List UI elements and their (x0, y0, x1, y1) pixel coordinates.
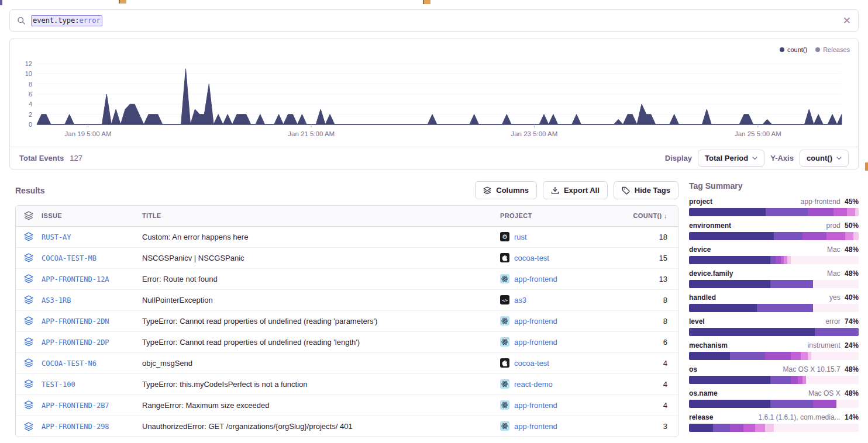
tag-bar-segment[interactable] (770, 376, 791, 384)
tag-bar-segment[interactable] (730, 352, 766, 360)
tag-bar-segment[interactable] (855, 208, 859, 216)
search-query-token[interactable]: event.type:error (31, 15, 102, 26)
tag-bar-segment[interactable] (689, 304, 757, 312)
chart-legend[interactable]: count()Releases (10, 39, 858, 54)
project-link[interactable]: cocoa-test (514, 359, 549, 368)
tag-bar-segment[interactable] (791, 352, 801, 360)
svg-text:8: 8 (29, 81, 32, 88)
tag-distribution-bar[interactable] (689, 400, 859, 408)
issue-title: Custom: An error happens here (142, 226, 500, 247)
tag-bar-segment[interactable] (776, 256, 781, 264)
export-all-button[interactable]: Export All (543, 181, 608, 199)
issue-link[interactable]: RUST-AY (42, 233, 71, 241)
tag-bar-segment[interactable] (808, 352, 811, 360)
column-header-project[interactable]: PROJECT (500, 206, 624, 226)
tag-bar-segment[interactable] (765, 424, 774, 432)
tag-bar-segment[interactable] (689, 256, 770, 264)
tag-bar-segment[interactable] (770, 400, 813, 408)
results-table: ISSUE TITLE PROJECT COUNT() ↓ RUST-AYCus… (15, 205, 678, 437)
tag-bar-segment[interactable] (770, 280, 813, 288)
tag-bar-segment[interactable] (730, 424, 743, 432)
tag-bar-segment[interactable] (774, 232, 802, 240)
issue-link[interactable]: APP-FRONTEND-2DP (42, 338, 109, 347)
layers-icon (16, 352, 42, 373)
search-bar[interactable]: event.type:error ✕ (9, 9, 859, 32)
tag-bar-segment[interactable] (689, 280, 770, 288)
events-area-chart[interactable]: 024681012Jan 19 5:00 AMJan 21 5:00 AMJan… (10, 54, 858, 147)
project-link[interactable]: as3 (514, 296, 526, 304)
tag-bar-segment[interactable] (765, 352, 791, 360)
tag-bar-segment[interactable] (770, 256, 776, 264)
column-header-title[interactable]: TITLE (142, 206, 500, 226)
tag-bar-segment[interactable] (845, 232, 854, 240)
tag-distribution-bar[interactable] (689, 304, 859, 312)
tag-distribution-bar[interactable] (689, 424, 859, 432)
count-value: 18 (624, 226, 678, 247)
close-icon[interactable]: ✕ (843, 16, 851, 26)
project-link[interactable]: rust (514, 233, 527, 241)
columns-button[interactable]: Columns (475, 181, 537, 199)
display-dropdown-value: Total Period (705, 154, 748, 162)
project-link[interactable]: app-frontend (514, 401, 557, 410)
issue-title: NullPointerException (142, 289, 500, 310)
code-platform-icon: </> (500, 295, 509, 304)
tag-bar-segment[interactable] (801, 352, 808, 360)
tag-distribution-bar[interactable] (689, 280, 859, 288)
column-header-issue[interactable]: ISSUE (42, 206, 142, 226)
tag-bar-segment[interactable] (689, 328, 815, 336)
tag-distribution-bar[interactable] (689, 376, 859, 384)
tag-bar-segment[interactable] (853, 232, 859, 240)
y-axis-dropdown-value: count() (807, 154, 832, 162)
tag-bar-segment[interactable] (802, 232, 826, 240)
issue-link[interactable]: APP-FRONTEND-12A (42, 275, 109, 283)
hide-tags-button[interactable]: Hide Tags (614, 181, 678, 199)
project-link[interactable]: cocoa-test (514, 254, 549, 262)
tag-bar-segment[interactable] (791, 376, 798, 384)
tag-bar-segment[interactable] (826, 232, 845, 240)
y-axis-dropdown[interactable]: count() (800, 150, 849, 167)
react-platform-icon (500, 316, 509, 326)
tag-bar-segment[interactable] (689, 232, 774, 240)
tag-bar-segment[interactable] (689, 424, 713, 432)
tag-bar-segment[interactable] (689, 208, 766, 216)
legend-item[interactable]: Releases (815, 46, 850, 53)
tag-bar-segment[interactable] (787, 256, 791, 264)
tag-bar-segment[interactable] (847, 208, 856, 216)
tag-distribution-bar[interactable] (689, 352, 859, 360)
project-link[interactable]: app-frontend (514, 317, 557, 326)
tag-bar-segment[interactable] (743, 424, 755, 432)
issue-link[interactable]: COCOA-TEST-MB (42, 254, 97, 262)
project-link[interactable]: app-frontend (514, 338, 557, 347)
issue-link[interactable]: TEST-100 (42, 380, 75, 389)
table-row: COCOA-TEST-MBNSCGSPanicv | NSCGSPaniccoc… (16, 247, 678, 268)
tag-bar-segment[interactable] (833, 208, 847, 216)
tag-bar-segment[interactable] (689, 352, 730, 360)
tag-distribution-bar[interactable] (689, 208, 859, 216)
tag-bar-segment[interactable] (802, 376, 806, 384)
tag-bar-segment[interactable] (757, 304, 813, 312)
issue-link[interactable]: COCOA-TEST-N6 (42, 359, 97, 368)
tag-distribution-bar[interactable] (689, 328, 859, 336)
issue-link[interactable]: APP-FRONTEND-2B7 (42, 402, 109, 410)
tag-bar-segment[interactable] (689, 400, 770, 408)
issue-link[interactable]: APP-FRONTEND-2DN (42, 317, 109, 326)
project-link[interactable]: app-frontend (514, 422, 557, 431)
tag-bar-segment[interactable] (815, 328, 859, 336)
issue-link[interactable]: AS3-1RB (42, 296, 71, 304)
tag-distribution-bar[interactable] (689, 256, 859, 264)
tag-distribution-bar[interactable] (689, 232, 859, 240)
project-link[interactable]: react-demo (514, 380, 553, 389)
tag-bar-segment[interactable] (798, 376, 803, 384)
issue-link[interactable]: APP-FRONTEND-298 (42, 423, 109, 431)
tag-bar-segment[interactable] (689, 376, 770, 384)
display-dropdown[interactable]: Total Period (698, 150, 764, 167)
column-header-count[interactable]: COUNT() ↓ (624, 206, 678, 226)
project-link[interactable]: app-frontend (514, 275, 557, 283)
tag-bar-segment[interactable] (766, 208, 808, 216)
legend-item[interactable]: count() (780, 46, 807, 53)
tag-bar-segment[interactable] (755, 424, 765, 432)
tag-bar-segment[interactable] (808, 208, 833, 216)
react-platform-icon (500, 337, 509, 347)
tag-bar-segment[interactable] (813, 400, 837, 408)
tag-bar-segment[interactable] (713, 424, 730, 432)
